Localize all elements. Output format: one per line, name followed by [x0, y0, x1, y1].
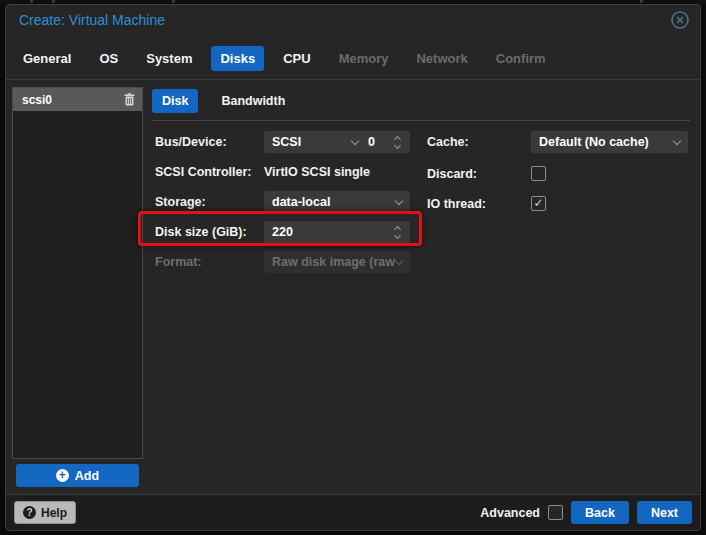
format-select: Raw disk image (raw: [264, 251, 410, 273]
disk-size-label: Disk size (GiB):: [155, 221, 247, 243]
io-thread-checkbox[interactable]: ✓: [531, 196, 546, 211]
add-disk-button[interactable]: + Add: [16, 464, 139, 487]
subtab-bandwidth[interactable]: Bandwidth: [211, 89, 295, 113]
add-button-label: Add: [75, 469, 99, 483]
format-label: Format:: [155, 251, 202, 273]
io-thread-label: IO thread:: [427, 193, 486, 215]
advanced-checkbox[interactable]: [548, 505, 563, 520]
disk-item-label: scsi0: [22, 93, 52, 107]
tab-general[interactable]: General: [14, 46, 80, 71]
disk-list-item-scsi0[interactable]: scsi0: [13, 88, 142, 111]
help-button-label: Help: [41, 506, 67, 520]
dialog-titlebar: Create: Virtual Machine: [6, 5, 700, 35]
subtab-disk[interactable]: Disk: [152, 89, 198, 113]
trash-icon[interactable]: [124, 93, 135, 106]
tab-confirm: Confirm: [487, 46, 555, 71]
chevron-down-icon: [395, 257, 403, 265]
tab-cpu[interactable]: CPU: [274, 46, 319, 71]
subtab-divider: [152, 120, 690, 121]
advanced-label: Advanced: [480, 506, 540, 520]
question-circle-icon: ?: [23, 506, 36, 519]
cache-label: Cache:: [427, 131, 469, 153]
help-button[interactable]: ? Help: [14, 501, 76, 524]
storage-select[interactable]: data-local: [264, 191, 410, 213]
storage-value: data-local: [272, 195, 330, 209]
chevron-down-icon: [351, 136, 359, 144]
back-button[interactable]: Back: [571, 501, 629, 524]
footer-actions: Advanced Back Next: [480, 501, 692, 524]
tab-disks[interactable]: Disks: [211, 46, 264, 71]
tab-network: Network: [407, 46, 476, 71]
disk-size-input[interactable]: 220: [264, 221, 410, 243]
bus-number-value: 0: [368, 131, 392, 153]
close-icon: [670, 10, 690, 30]
bus-device-field[interactable]: SCSI 0: [264, 131, 410, 153]
format-value: Raw disk image (raw: [272, 255, 395, 269]
plus-circle-icon: +: [56, 469, 69, 482]
bus-number-spinner[interactable]: [394, 131, 404, 153]
chevron-down-icon: [673, 137, 681, 145]
cache-select[interactable]: Default (No cache): [531, 131, 688, 153]
tab-memory: Memory: [330, 46, 398, 71]
create-vm-dialog: Create: Virtual Machine General OS Syste…: [5, 4, 701, 531]
wizard-tab-bar: General OS System Disks CPU Memory Netwo…: [14, 41, 555, 75]
discard-label: Discard:: [427, 163, 477, 185]
bus-device-value: SCSI: [272, 131, 352, 153]
disk-list-panel: scsi0: [12, 87, 143, 459]
tab-system[interactable]: System: [137, 46, 201, 71]
dialog-footer: ? Help Advanced Back Next: [6, 494, 700, 530]
bus-device-label: Bus/Device:: [155, 131, 227, 153]
discard-checkbox[interactable]: [531, 166, 546, 181]
scsi-controller-label: SCSI Controller:: [155, 161, 252, 183]
disk-size-spinner[interactable]: [394, 221, 404, 243]
scsi-controller-value: VirtIO SCSI single: [264, 161, 370, 183]
disk-size-value: 220: [272, 225, 293, 239]
cache-value: Default (No cache): [539, 135, 649, 149]
next-button[interactable]: Next: [637, 501, 692, 524]
close-button[interactable]: [670, 10, 690, 30]
disk-subtab-bar: Disk Bandwidth: [152, 89, 295, 113]
chevron-down-icon: [395, 197, 403, 205]
tab-divider: [6, 79, 700, 80]
storage-label: Storage:: [155, 191, 206, 213]
dialog-title: Create: Virtual Machine: [19, 12, 165, 28]
tab-os[interactable]: OS: [90, 46, 127, 71]
